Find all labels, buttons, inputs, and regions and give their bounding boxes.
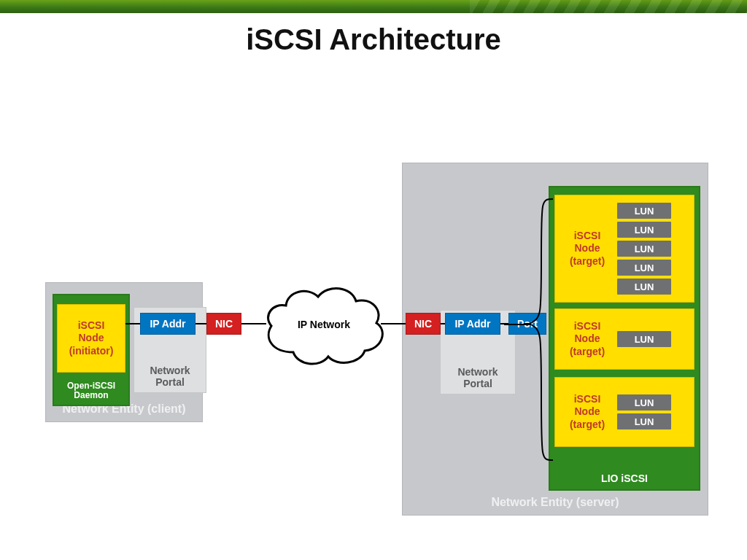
initiator-label: iSCSINode(initiator)	[69, 319, 114, 358]
slide-title: iSCSI Architecture	[0, 23, 747, 56]
lun: LUN	[617, 394, 671, 411]
client-portal-label: NetworkPortal	[134, 365, 206, 388]
target-node-0: iSCSINode(target) LUN LUN LUN LUN LUN	[554, 195, 694, 303]
lun: LUN	[617, 203, 671, 219]
lun: LUN	[617, 260, 671, 276]
lun: LUN	[617, 413, 671, 429]
conn-nic-ipaddr-server	[441, 323, 445, 324]
server-ip-addr: IP Addr	[445, 313, 500, 335]
target-node-2-luns: LUN LUN	[617, 390, 677, 434]
target-node-1-label: iSCSINode(target)	[554, 320, 617, 359]
ip-network-label: IP Network	[258, 319, 390, 330]
client-ip-addr: IP Addr	[140, 313, 196, 335]
server-portal-label: NetworkPortal	[441, 367, 515, 389]
iscsi-initiator-node: iSCSINode(initiator)	[57, 304, 125, 373]
lun: LUN	[617, 241, 671, 257]
slide-banner	[0, 0, 747, 13]
target-node-0-luns: LUN LUN LUN LUN LUN	[617, 198, 677, 299]
conn-port-bracket	[504, 324, 530, 325]
lun: LUN	[617, 222, 671, 238]
target-node-2: iSCSINode(target) LUN LUN	[554, 377, 694, 447]
open-iscsi-label: Open-iSCSIDaemon	[54, 381, 128, 400]
target-node-0-label: iSCSINode(target)	[554, 230, 617, 268]
server-entity-label: Network Entity (server)	[403, 496, 708, 509]
target-node-1-luns: LUN	[617, 327, 677, 351]
conn-initiator-ipaddr	[125, 323, 140, 324]
lio-iscsi-label: LIO iSCSI	[550, 472, 699, 484]
diagram-stage: Network Entity (client) NetworkPortal Op…	[0, 56, 747, 558]
target-node-1: iSCSINode(target) LUN	[554, 308, 694, 370]
client-nic: NIC	[206, 313, 241, 335]
lun: LUN	[617, 279, 671, 295]
lun: LUN	[617, 331, 671, 347]
ip-network-cloud-icon: IP Network	[258, 279, 390, 376]
port-targets-bracket-icon	[524, 186, 553, 473]
server-nic: NIC	[406, 313, 441, 335]
conn-ipaddr-nic-client	[196, 323, 206, 324]
target-node-2-label: iSCSINode(target)	[554, 393, 617, 432]
